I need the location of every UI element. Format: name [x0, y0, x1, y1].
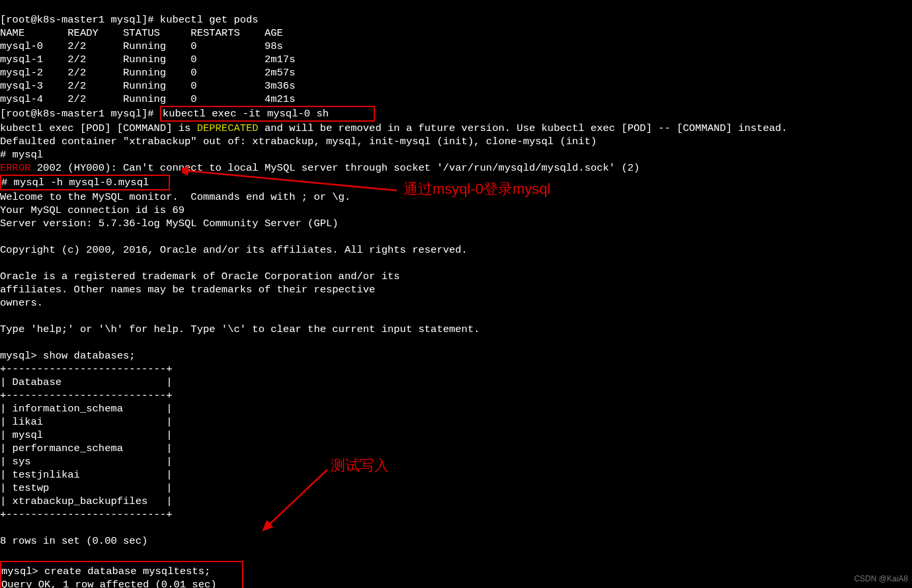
deprecated-suffix: and will be removed in a future version.… [259, 122, 788, 134]
watermark: CSDN @KaiA8 [854, 572, 908, 585]
defaulted-container: Defaulted container "xtrabackup" out of:… [0, 136, 597, 147]
help-line: Type 'help;' or '\h' for help. Type '\c'… [0, 323, 480, 335]
create-db-cmd: mysql> create database mysqltests; [1, 566, 210, 577]
trademark2: affiliates. Other names may be trademark… [0, 284, 375, 296]
pods-header: NAME READY STATUS RESTARTS AGE [0, 27, 283, 39]
exec-command: kubectl exec -it mysql-0 sh [163, 108, 329, 120]
hash-mysql: # mysql [0, 149, 43, 161]
cmd-get-pods: [root@k8s-master1 mysql]# kubectl get po… [0, 14, 259, 26]
db-border-mid: +--------------------------+ [0, 390, 172, 401]
welcome-line: Welcome to the MySQL monitor. Commands e… [0, 191, 351, 203]
error-word: ERROR [0, 162, 31, 174]
query-ok: Query OK, 1 row affected (0.01 sec) [1, 579, 217, 588]
create-db-box: mysql> create database mysqltests; Query… [0, 561, 243, 588]
hash-login-prefix: # [1, 177, 14, 189]
pods-rows: mysql-0 2/2 Running 0 98s mysql-1 2/2 Ru… [0, 40, 295, 105]
deprecated-word: DEPRECATED [197, 122, 259, 134]
show-databases-cmd: mysql> show databases; [0, 350, 136, 362]
db-list: | information_schema | | likai | | mysql… [0, 403, 172, 507]
terminal[interactable]: [root@k8s-master1 mysql]# kubectl get po… [0, 0, 912, 588]
error-text: 2002 (HY000): Can't connect to local MyS… [31, 162, 640, 174]
server-version-line: Server version: 5.7.36-log MySQL Communi… [0, 218, 339, 230]
db-header: | Database | [0, 376, 172, 388]
deprecated-prefix: kubectl exec [POD] [COMMAND] is [0, 122, 197, 134]
exec-command-box: kubectl exec -it mysql-0 sh [160, 106, 375, 122]
mysql-login-box: # mysql -h mysql-0.mysql [0, 175, 170, 190]
db-border-top: +--------------------------+ [0, 363, 172, 375]
prompt2-prefix: [root@k8s-master1 mysql]# [0, 108, 160, 120]
rows-returned: 8 rows in set (0.00 sec) [0, 535, 147, 547]
hash-login-cmd: mysql -h mysql-0.mysql [14, 177, 149, 189]
copyright-line: Copyright (c) 2000, 2016, Oracle and/or … [0, 244, 468, 256]
trademark3: owners. [0, 297, 43, 309]
trademark1: Oracle is a registered trademark of Orac… [0, 271, 400, 282]
db-border-bot: +--------------------------+ [0, 509, 172, 521]
conn-id-line: Your MySQL connection id is 69 [0, 204, 185, 216]
